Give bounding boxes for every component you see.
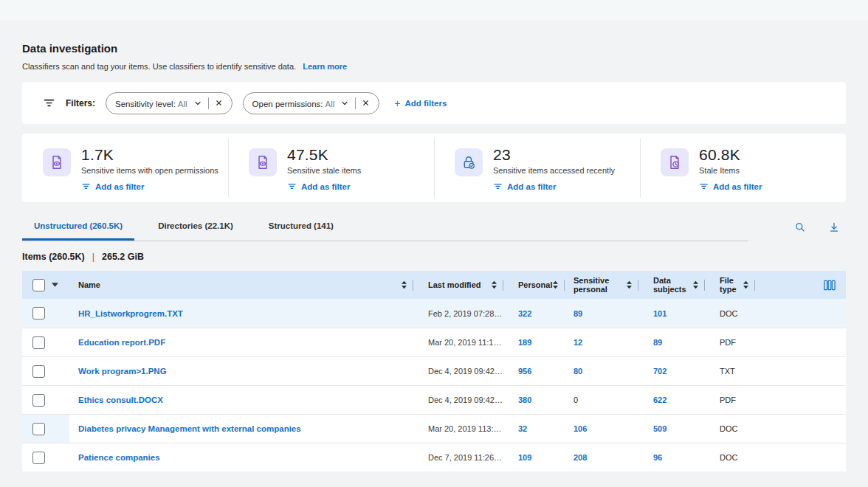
select-all-checkbox[interactable] — [32, 279, 45, 291]
table-row[interactable]: Education report.PDF Mar 20, 2019 11:14 … — [22, 328, 846, 356]
file-name-link[interactable]: Ethics consult.DOCX — [78, 396, 163, 404]
filters-label: Filters: — [66, 98, 95, 108]
sensitive-count-link[interactable]: 0 — [574, 396, 578, 404]
column-header-last-modified[interactable]: Last modified — [419, 271, 509, 299]
row-checkbox[interactable] — [32, 365, 45, 378]
personal-count-link[interactable]: 956 — [518, 367, 531, 376]
data-subjects-link[interactable]: 89 — [653, 338, 662, 347]
file-name-link[interactable]: HR_Listworkprogrem.TXT — [78, 309, 183, 318]
chevron-down-icon[interactable] — [193, 99, 202, 108]
column-header-data-subjects[interactable]: Data subjects — [644, 271, 711, 299]
row-checkbox[interactable] — [32, 452, 45, 464]
page-title: Data investigation — [22, 42, 846, 55]
top-band — [0, 0, 868, 20]
chip-value: All — [325, 100, 334, 108]
last-modified-cell: Dec 4, 2019 09:42 PM — [419, 396, 509, 404]
sensitive-count-link[interactable]: 80 — [574, 367, 582, 376]
tab-unstructured[interactable]: Unstructured (260.5K) — [22, 213, 134, 241]
stat-label: Sensitive stale items — [287, 166, 361, 175]
chip-value: All — [178, 100, 187, 108]
column-header-file-type[interactable]: File type — [711, 271, 761, 299]
sensitive-document-icon — [43, 148, 71, 176]
file-name-link[interactable]: Patience companies — [78, 453, 160, 462]
sort-icon[interactable] — [626, 280, 633, 289]
sort-icon[interactable] — [401, 280, 407, 289]
data-subjects-link[interactable]: 96 — [653, 453, 662, 462]
file-name-link[interactable]: Work program>1.PNG — [78, 367, 167, 376]
columns-icon[interactable] — [824, 280, 836, 291]
column-divider — [638, 280, 638, 291]
table-row[interactable]: Work program>1.PNG Dec 4, 2019 09:42 PM … — [22, 356, 846, 385]
add-as-filter-link[interactable]: Add as filter — [493, 182, 556, 191]
personal-count-link[interactable]: 189 — [518, 338, 531, 347]
dropdown-caret-icon[interactable] — [52, 283, 58, 287]
tab-structured[interactable]: Structured (141) — [257, 213, 345, 241]
last-modified-cell: Dec 7, 2019 11:26 PM — [419, 453, 509, 462]
sensitive-count-link[interactable]: 89 — [574, 309, 582, 318]
download-icon[interactable] — [828, 221, 840, 233]
data-subjects-link[interactable]: 702 — [653, 367, 666, 376]
data-subjects-link[interactable]: 622 — [653, 396, 666, 404]
row-checkbox[interactable] — [32, 394, 45, 407]
filter-funnel-icon — [81, 182, 91, 191]
stat-value: 23 — [493, 146, 615, 164]
stat-label: Sensitive items with open permissions — [81, 166, 218, 175]
chip-label: Open permissions: — [252, 100, 323, 108]
data-subjects-link[interactable]: 101 — [653, 309, 666, 318]
file-name-link[interactable]: Diabetes privacy Management with externa… — [78, 424, 301, 433]
personal-count-link[interactable]: 109 — [518, 453, 531, 462]
stat-card-stale-sensitive: 47.5K Sensitive stale items Add as filte… — [228, 134, 434, 202]
table-row[interactable]: Diabetes privacy Management with externa… — [22, 414, 846, 443]
filter-funnel-icon — [43, 97, 55, 109]
add-as-filter-link[interactable]: Add as filter — [287, 182, 350, 191]
lock-check-icon — [455, 148, 483, 176]
filter-chip-sensitivity[interactable]: Sensitivity level:All — [106, 92, 232, 114]
file-name-link[interactable]: Education report.PDF — [78, 338, 165, 347]
close-icon[interactable] — [362, 99, 370, 107]
chip-divider — [355, 97, 356, 109]
data-subjects-link[interactable]: 509 — [653, 424, 666, 433]
last-modified-cell: Mar 20, 2019 113:14 PM — [419, 424, 509, 433]
column-header-name[interactable]: Name — [69, 271, 419, 299]
sensitive-count-link[interactable]: 12 — [574, 338, 582, 347]
row-checkbox[interactable] — [32, 307, 45, 320]
filter-chip-open-permissions[interactable]: Open permissions:All — [243, 92, 380, 114]
sort-icon[interactable] — [692, 280, 699, 289]
add-filters-button[interactable]: + Add filters — [394, 97, 447, 109]
table-row[interactable]: Ethics consult.DOCX Dec 4, 2019 09:42 PM… — [22, 385, 846, 414]
row-checkbox[interactable] — [32, 336, 45, 349]
main-content: Data investigation Classifiers scan and … — [0, 20, 868, 472]
search-icon[interactable] — [794, 221, 806, 233]
chevron-down-icon[interactable] — [340, 99, 349, 108]
sensitive-count-link[interactable]: 106 — [574, 424, 587, 433]
tabs-row: Unstructured (260.5K) Directories (22.1K… — [22, 213, 846, 241]
stat-value: 47.5K — [287, 146, 361, 164]
stat-card-accessed-recently: 23 Sensitive items accessed recently Add… — [434, 134, 640, 202]
sort-icon[interactable] — [491, 280, 497, 289]
tab-directories[interactable]: Directories (22.1K) — [146, 213, 245, 241]
items-size: 265.2 GiB — [102, 252, 144, 262]
filter-funnel-icon — [699, 182, 709, 191]
personal-count-link[interactable]: 32 — [518, 424, 527, 433]
sensitive-count-link[interactable]: 208 — [574, 453, 587, 462]
personal-count-link[interactable]: 322 — [518, 309, 531, 318]
sort-icon[interactable] — [743, 280, 749, 289]
column-settings-cell — [761, 271, 846, 299]
column-divider — [754, 280, 755, 291]
table-row[interactable]: Patience companies Dec 7, 2019 11:26 PM … — [22, 443, 846, 472]
stat-value: 1.7K — [81, 146, 218, 164]
sensitive-document-icon — [249, 148, 277, 176]
last-modified-cell: Feb 2, 2019 07:28 PM — [419, 309, 509, 318]
page-subtitle: Classifiers scan and tag your items. Use… — [22, 62, 846, 71]
add-as-filter-link[interactable]: Add as filter — [699, 182, 762, 191]
add-as-filter-link[interactable]: Add as filter — [81, 182, 144, 191]
column-header-sensitive-personal[interactable]: Sensitive personal — [565, 271, 644, 299]
personal-count-link[interactable]: 380 — [518, 396, 531, 404]
row-checkbox[interactable] — [32, 423, 45, 435]
column-header-personal[interactable]: Personal — [509, 271, 565, 299]
learn-more-link[interactable]: Learn more — [303, 62, 347, 71]
sort-icon[interactable] — [552, 280, 559, 289]
table-row[interactable]: HR_Listworkprogrem.TXT Feb 2, 2019 07:28… — [22, 299, 846, 328]
file-type-cell: TXT — [711, 367, 761, 376]
close-icon[interactable] — [215, 99, 223, 107]
